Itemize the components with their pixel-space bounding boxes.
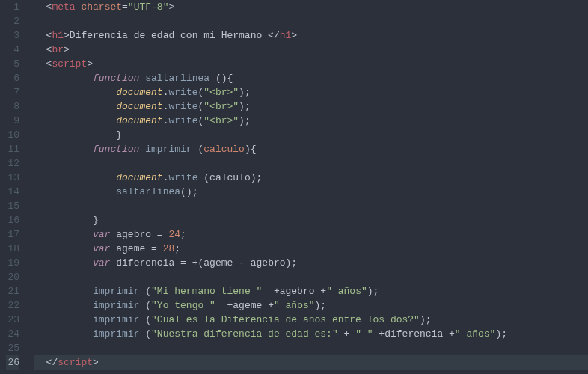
line-number: 22 xyxy=(6,298,19,313)
code-line[interactable] xyxy=(34,270,588,284)
code-token: write xyxy=(168,115,197,126)
code-area[interactable]: <meta charset="UTF-8"> <h1>Diferencia de… xyxy=(28,0,588,374)
code-token: ageme xyxy=(110,243,151,254)
code-line[interactable]: var diferencia = +(ageme - agebro); xyxy=(34,256,588,270)
code-token xyxy=(215,300,227,311)
code-token: ); xyxy=(239,87,251,98)
line-number: 3 xyxy=(6,28,19,43)
code-token: ( xyxy=(145,300,151,311)
code-token: ); xyxy=(251,172,263,183)
code-line[interactable]: } xyxy=(34,213,588,227)
line-number: 24 xyxy=(6,327,19,341)
code-token xyxy=(34,101,116,112)
code-token xyxy=(157,243,163,254)
code-token: > xyxy=(87,58,93,70)
line-number: 25 xyxy=(6,341,19,355)
code-line[interactable]: imprimir ("Mi hermano tiene " +agebro +"… xyxy=(34,284,588,298)
code-token: ); xyxy=(420,314,432,325)
code-line[interactable]: function imprimir (calculo){ xyxy=(34,142,588,156)
code-token xyxy=(34,144,93,155)
code-line[interactable]: <h1>Diferencia de edad con mi Hermano </… xyxy=(34,28,588,43)
code-token: calculo xyxy=(209,172,251,183)
code-token: "Mi hermano tiene " xyxy=(151,286,262,297)
code-line[interactable] xyxy=(34,341,588,355)
code-line[interactable]: function saltarlinea (){ xyxy=(34,71,588,85)
code-line[interactable]: document.write("<br>"); xyxy=(34,114,588,128)
code-token: ; xyxy=(174,243,180,254)
code-token: } xyxy=(93,215,99,226)
code-line[interactable]: </script> xyxy=(34,355,588,370)
code-line[interactable]: document.write("<br>"); xyxy=(34,99,588,114)
code-token xyxy=(34,115,116,126)
code-line[interactable] xyxy=(34,156,588,171)
code-token: </ xyxy=(268,30,280,41)
code-token: ){ xyxy=(245,144,257,155)
code-token: > xyxy=(64,30,70,41)
code-token xyxy=(34,314,93,325)
code-token: " años" xyxy=(274,300,315,311)
code-token: < xyxy=(34,30,52,41)
code-token xyxy=(34,186,116,197)
code-token: "Nuestra diferencia de edad es:" xyxy=(151,328,338,340)
line-number: 19 xyxy=(6,256,19,270)
line-number: 23 xyxy=(6,313,19,327)
code-token: document xyxy=(116,101,162,112)
code-token: imprimir xyxy=(93,286,139,297)
line-number: 6 xyxy=(6,71,19,85)
code-token: + xyxy=(320,286,326,297)
line-number: 2 xyxy=(6,14,19,28)
code-token: = xyxy=(122,1,128,13)
line-number: 14 xyxy=(6,185,19,199)
code-line[interactable]: var ageme = 28; xyxy=(34,242,588,256)
code-token: + xyxy=(449,328,455,340)
code-token: ageme xyxy=(203,257,239,269)
code-line[interactable]: <meta charset="UTF-8"> xyxy=(34,0,588,14)
code-token: function xyxy=(93,144,139,155)
code-token xyxy=(262,286,274,297)
code-line[interactable]: document.write (calculo); xyxy=(34,171,588,185)
code-token: imprimir xyxy=(145,144,192,155)
code-line[interactable]: imprimir ("Nuestra diferencia de edad es… xyxy=(34,327,588,341)
code-token: charset xyxy=(81,1,122,13)
code-line[interactable]: var agebro = 24; xyxy=(34,227,588,242)
code-line[interactable] xyxy=(34,14,588,28)
code-line[interactable]: <script> xyxy=(34,57,588,71)
code-token xyxy=(34,172,116,183)
code-editor[interactable]: 1234567891011121314151617181920212223242… xyxy=(0,0,588,374)
code-token: meta xyxy=(52,1,75,13)
code-token: var xyxy=(93,229,110,240)
code-token: ( xyxy=(145,286,151,297)
code-line[interactable]: } xyxy=(34,128,588,142)
code-line[interactable]: <br> xyxy=(34,43,588,57)
line-number: 12 xyxy=(6,156,19,171)
code-token: ( xyxy=(145,314,151,325)
code-token: "UTF-8" xyxy=(128,1,169,13)
code-token xyxy=(338,328,344,340)
code-token: < xyxy=(34,58,52,70)
line-number: 7 xyxy=(6,85,19,99)
line-number-gutter: 1234567891011121314151617181920212223242… xyxy=(0,0,28,374)
code-token: "Yo tengo " xyxy=(151,300,215,311)
code-token: < xyxy=(34,44,52,55)
code-token: ); xyxy=(239,101,251,112)
code-token xyxy=(349,328,355,340)
line-number: 17 xyxy=(6,227,19,242)
code-token: + xyxy=(274,286,280,297)
code-line[interactable]: imprimir ("Cual es la Diferencia de años… xyxy=(34,313,588,327)
code-token xyxy=(34,243,93,254)
code-token: script xyxy=(58,357,93,368)
code-line[interactable] xyxy=(34,199,588,213)
code-token xyxy=(34,73,93,84)
code-token xyxy=(34,129,116,141)
code-line[interactable]: saltarlinea(); xyxy=(34,185,588,199)
code-token xyxy=(34,215,93,226)
code-token: </ xyxy=(34,357,58,368)
code-token xyxy=(34,328,93,340)
code-token: ); xyxy=(495,328,507,340)
line-number: 16 xyxy=(6,213,19,227)
code-token: agebro xyxy=(280,286,321,297)
code-token: "<br>" xyxy=(203,115,239,126)
line-number: 9 xyxy=(6,114,19,128)
code-line[interactable]: imprimir ("Yo tengo " +ageme +" años"); xyxy=(34,298,588,313)
code-line[interactable]: document.write("<br>"); xyxy=(34,85,588,99)
